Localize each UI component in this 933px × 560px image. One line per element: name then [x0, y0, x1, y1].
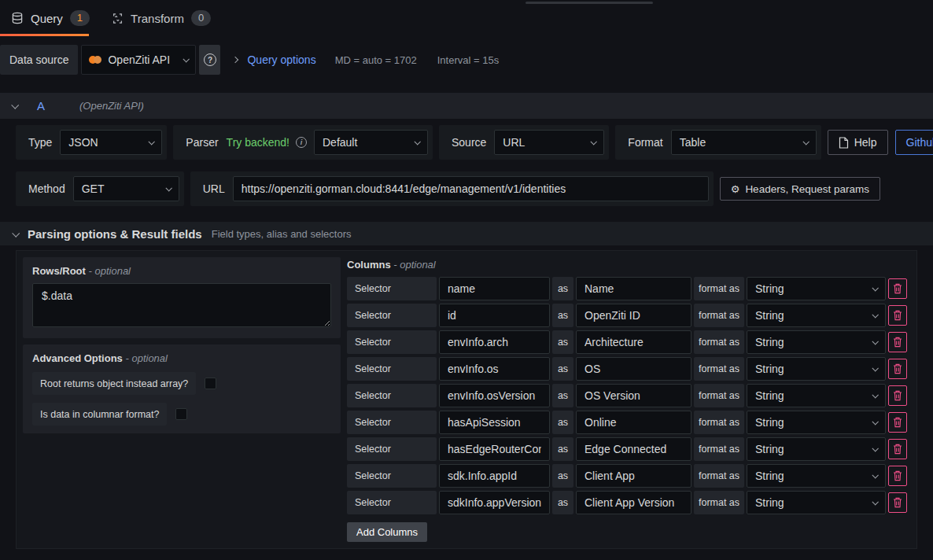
datasource-label: Data source — [0, 45, 78, 75]
format-as-label: format as — [694, 357, 744, 381]
selector-label: Selector — [347, 330, 437, 354]
headers-params-label: Headers, Request params — [745, 183, 869, 195]
delete-column-button[interactable] — [888, 492, 907, 513]
columns-editor: Columns - optional Selector as format as… — [347, 257, 910, 542]
selector-input[interactable] — [439, 491, 550, 514]
format-as-label: format as — [694, 437, 744, 461]
section-chevron-icon[interactable] — [12, 229, 20, 237]
selector-input[interactable] — [439, 304, 550, 327]
trash-icon — [893, 497, 902, 508]
alias-input[interactable] — [576, 491, 691, 514]
trash-icon — [893, 310, 902, 321]
rows-root-input[interactable]: $.data — [32, 283, 331, 327]
query-row-header[interactable]: A (OpenZiti API) — [0, 93, 933, 119]
format-as-label: format as — [694, 411, 744, 434]
delete-column-button[interactable] — [888, 412, 907, 433]
alias-input[interactable] — [576, 304, 691, 327]
as-label: as — [552, 384, 573, 407]
stat-interval: Interval = 15s — [437, 54, 499, 66]
format-select[interactable]: String — [747, 304, 886, 327]
panel-drag-handle[interactable] — [526, 2, 653, 4]
query-options-button[interactable]: Query options — [247, 45, 315, 75]
delete-column-button[interactable] — [888, 278, 907, 299]
datasource-help-button[interactable]: ? — [199, 45, 220, 75]
chevron-right-icon — [233, 45, 238, 75]
parser-backend-hint: Try backend! — [227, 136, 289, 149]
chevron-down-icon — [872, 338, 878, 344]
format-select[interactable]: String — [747, 357, 886, 381]
column-row: Selector as format as String — [347, 357, 910, 381]
as-label: as — [552, 330, 573, 354]
alias-input[interactable] — [576, 277, 691, 300]
parsing-section-header[interactable]: Parsing options & Result fields Field ty… — [0, 222, 933, 245]
column-row: Selector as format as String — [347, 437, 910, 461]
trash-icon — [893, 283, 902, 294]
format-select[interactable]: String — [747, 384, 886, 407]
format-select[interactable]: String — [747, 464, 886, 488]
query-ref-id[interactable]: A — [37, 99, 45, 112]
headers-params-button[interactable]: ⚙ Headers, Request params — [720, 177, 880, 201]
format-select[interactable]: String — [747, 491, 886, 514]
type-select[interactable]: JSON — [60, 130, 162, 155]
alias-input[interactable] — [576, 384, 691, 407]
advanced-label-text: Advanced Options — [32, 352, 123, 364]
info-circle-icon[interactable]: i — [296, 137, 307, 148]
selector-input[interactable] — [439, 384, 550, 407]
format-select[interactable]: String — [747, 411, 886, 434]
chevron-down-icon — [872, 285, 878, 291]
github-button-label: Github — [906, 136, 933, 149]
editor-row-2: Method GET URL ⚙ Headers, Request params — [0, 171, 933, 206]
help-circle-icon: ? — [204, 53, 216, 66]
tab-transform[interactable]: Transform 0 — [101, 0, 222, 36]
selector-input[interactable] — [439, 464, 550, 488]
stat-md: MD = auto = 1702 — [335, 54, 417, 66]
columnar-format-option-label: Is data in columnar format? — [32, 403, 167, 426]
rows-root-optional: - optional — [89, 265, 131, 277]
selector-label: Selector — [347, 437, 437, 461]
alias-input[interactable] — [576, 330, 691, 354]
root-object-checkbox[interactable] — [205, 378, 216, 389]
selector-input[interactable] — [439, 357, 550, 381]
delete-column-button[interactable] — [888, 439, 907, 459]
chevron-down-icon — [872, 445, 878, 451]
format-field-group: Format Table — [615, 125, 821, 160]
columnar-format-checkbox[interactable] — [175, 408, 187, 420]
format-select[interactable]: String — [747, 330, 886, 354]
advanced-options-label: Advanced Options - optional — [32, 352, 331, 364]
tab-transform-count: 0 — [191, 10, 211, 26]
delete-column-button[interactable] — [888, 385, 907, 406]
format-as-label: format as — [694, 384, 744, 407]
selector-input[interactable] — [439, 277, 550, 300]
url-input[interactable] — [233, 176, 709, 201]
delete-column-button[interactable] — [888, 332, 907, 352]
delete-column-button[interactable] — [888, 359, 907, 379]
selector-input[interactable] — [439, 330, 550, 354]
datasource-picker[interactable]: OpenZiti API — [81, 45, 196, 75]
delete-column-button[interactable] — [888, 466, 907, 486]
source-select[interactable]: URL — [494, 130, 604, 155]
collapse-chevron-icon[interactable] — [11, 101, 19, 109]
url-field-group: URL — [190, 171, 714, 206]
method-select[interactable]: GET — [73, 176, 179, 201]
selector-input[interactable] — [439, 437, 550, 461]
format-select[interactable]: String — [747, 277, 886, 300]
format-select[interactable]: Table — [671, 130, 817, 155]
help-button[interactable]: Help — [828, 130, 888, 155]
selector-label: Selector — [347, 357, 437, 381]
format-value: String — [755, 416, 784, 429]
chevron-down-icon — [872, 472, 878, 478]
parser-select[interactable]: Default — [314, 130, 428, 155]
tab-query[interactable]: Query 1 — [0, 0, 101, 36]
delete-column-button[interactable] — [888, 305, 907, 326]
alias-input[interactable] — [576, 411, 691, 434]
github-button[interactable]: Github — [895, 130, 933, 155]
alias-input[interactable] — [576, 437, 691, 461]
format-select[interactable]: String — [747, 437, 886, 461]
as-label: as — [552, 437, 573, 461]
add-columns-button[interactable]: Add Columns — [347, 522, 427, 542]
tab-query-label: Query — [31, 12, 63, 25]
alias-input[interactable] — [576, 357, 691, 381]
alias-input[interactable] — [576, 464, 691, 488]
selector-input[interactable] — [439, 411, 550, 434]
column-row: Selector as format as String — [347, 330, 910, 354]
